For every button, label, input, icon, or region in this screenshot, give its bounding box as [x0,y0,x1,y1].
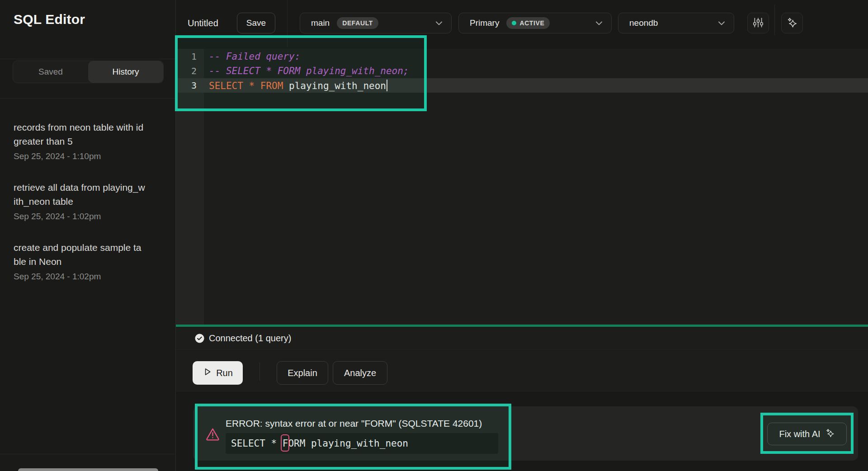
history-item[interactable]: retrieve all data from playing_w ith_neo… [14,180,163,221]
actions-divider [259,363,260,381]
sparkle-icon [825,428,835,440]
sliders-icon [752,17,764,30]
topbar-divider [287,0,288,47]
code-line-content: -- SELECT * FORM playing_with_neon; [204,66,409,76]
results-panel: ERROR: syntax error at or near "FORM" (S… [176,392,868,471]
compute-selector[interactable]: Primary ACTIVE [458,13,612,33]
explain-button[interactable]: Explain [277,361,328,385]
chevron-down-icon [718,21,725,25]
error-query-snippet: SELECT * FORM playing_with_neon [226,433,498,454]
code-line: 1-- Failed query: [176,49,868,64]
save-button[interactable]: Save [237,13,275,33]
compute-active-label: ACTIVE [519,19,544,27]
status-dot [512,21,516,25]
ai-assist-button[interactable] [781,13,803,33]
database-name: neondb [629,18,658,28]
history-item[interactable]: create and populate sample ta ble in Neo… [14,240,163,282]
history-item-title: create and populate sample ta ble in Neo… [14,240,163,268]
code-lines: 1-- Failed query:2-- SELECT * FORM playi… [176,49,868,93]
topbar: Untitled Save main DEFAULT Primary ACTIV… [176,0,868,49]
sparkle-icon [786,17,798,30]
error-card: ERROR: syntax error at or near "FORM" (S… [193,406,858,461]
tab-saved[interactable]: Saved [13,61,88,83]
actions-toolbar: Run Explain Analyze [176,351,868,391]
error-query-suffix: ORM playing_with_neon [288,438,408,449]
connection-statusbar: Connected (1 query) [176,327,868,350]
query-title: Untitled [188,13,218,33]
check-circle-icon [194,333,205,344]
compute-name: Primary [470,18,499,28]
error-highlight-char: F [283,433,288,454]
code-line-content: -- Failed query: [204,51,300,62]
chevron-down-icon [436,21,442,25]
branch-selector[interactable]: main DEFAULT [300,13,452,33]
play-icon [203,367,212,379]
chevron-down-icon [596,21,602,25]
run-button[interactable]: Run [193,361,243,385]
sql-editor-app: SQL Editor Saved History records from ne… [0,0,868,471]
analyze-button[interactable]: Analyze [333,361,387,385]
page-title: SQL Editor [14,12,85,27]
sidebar-divider [0,59,175,59]
history-item-date: Sep 25, 2024 - 1:10pm [14,151,163,161]
line-number: 1 [176,51,204,62]
history-item-title: records from neon table with id greater … [14,120,163,148]
tab-history[interactable]: History [88,61,163,83]
warning-triangle-icon [205,427,220,443]
text-cursor [387,80,387,91]
settings-sliders-button[interactable] [747,13,769,33]
fix-with-ai-label: Fix with AI [779,429,820,439]
sidebar-divider [0,454,175,454]
error-query-prefix: SELECT * [231,438,283,449]
history-item-title: retrieve all data from playing_w ith_neo… [14,180,163,208]
sidebar-tabs: Saved History [13,61,164,83]
error-message: ERROR: syntax error at or near "FORM" (S… [226,418,482,429]
code-line: 3SELECT * FROM playing_with_neon [176,78,868,93]
compute-active-badge: ACTIVE [506,17,550,29]
database-selector[interactable]: neondb [618,13,734,33]
code-line: 2-- SELECT * FORM playing_with_neon; [176,64,868,78]
line-number: 2 [176,66,204,76]
sidebar: SQL Editor Saved History records from ne… [0,0,176,471]
code-line-content: SELECT * FROM playing_with_neon [204,80,387,91]
code-editor[interactable]: 1-- Failed query:2-- SELECT * FORM playi… [176,49,868,325]
history-list: records from neon table with id greater … [14,120,163,301]
line-number: 3 [176,80,204,91]
history-item-date: Sep 25, 2024 - 1:02pm [14,272,163,282]
branch-default-badge: DEFAULT [337,17,378,29]
fix-with-ai-button[interactable]: Fix with AI [767,423,847,445]
sidebar-divider [0,98,175,99]
branch-name: main [311,18,330,28]
run-label: Run [216,368,233,378]
topbar-divider [774,5,775,35]
partial-bottom-element [18,468,158,471]
history-item-date: Sep 25, 2024 - 1:02pm [14,212,163,221]
connection-status-text: Connected (1 query) [209,333,291,344]
history-item[interactable]: records from neon table with id greater … [14,120,163,161]
